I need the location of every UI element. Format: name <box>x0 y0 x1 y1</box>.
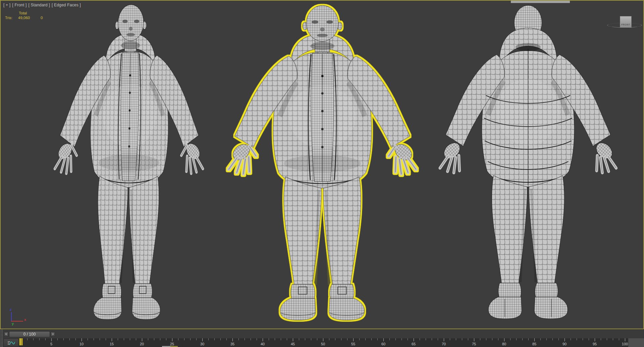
trackbar-tick <box>275 338 275 340</box>
trackbar-tick <box>401 338 402 340</box>
trackbar-tick <box>257 338 257 340</box>
open-mini-curve-editor-button[interactable] <box>3 339 19 347</box>
track-bar[interactable]: 0510152025303540455055606570758085909510… <box>0 338 644 347</box>
trackbar-frame-label: 55 <box>351 342 355 346</box>
trackbar-tick <box>100 338 100 340</box>
mini-curve-editor-icon <box>8 341 15 346</box>
trackbar-frame-label: 80 <box>502 342 506 346</box>
viewport-menu-style[interactable]: [ Standard ] <box>29 3 50 7</box>
trackbar-tick <box>154 338 154 340</box>
trackbar-tick <box>317 338 317 340</box>
trackbar-right-cap <box>628 338 644 347</box>
trackbar-tick <box>565 338 565 341</box>
trackbar-frame-label: 100 <box>622 342 628 346</box>
viewport-menu-general[interactable]: [ + ] <box>3 3 10 7</box>
stats-label-tris: Tris: <box>5 16 12 20</box>
trackbar-frame-label: 20 <box>140 342 144 346</box>
scene-canvas <box>1 1 643 329</box>
trackbar-tick <box>534 338 535 341</box>
trackbar-tick <box>293 338 293 341</box>
viewcube[interactable]: FRONT <box>604 7 644 31</box>
trackbar-tick <box>57 338 58 340</box>
trackbar-frame-label: 5 <box>50 342 52 346</box>
panel-drag-grip[interactable] <box>0 329 3 347</box>
trackbar-tick <box>220 338 221 340</box>
next-frame-button[interactable]: > <box>51 332 55 337</box>
time-slider-handle[interactable] <box>19 338 23 345</box>
trackbar-tick <box>510 338 511 340</box>
trackbar-tick <box>408 338 408 340</box>
trackbar-tick <box>106 338 106 340</box>
trackbar-frame-label: 10 <box>79 342 84 346</box>
model-character-front-selected[interactable] <box>229 5 416 320</box>
trackbar-tick <box>148 338 148 340</box>
axis-y-label: y <box>12 322 14 326</box>
trackbar-tick <box>208 338 209 340</box>
trackbar-tick <box>365 338 366 340</box>
trackbar-tick <box>450 338 450 340</box>
trackbar-frame-label: 30 <box>200 342 204 346</box>
trackbar-tick <box>305 338 305 340</box>
trackbar-tick <box>245 338 245 340</box>
trackbar-tick <box>88 338 88 340</box>
time-slider-frame-display[interactable]: 0 / 100 <box>9 331 50 337</box>
trackbar-tick <box>414 338 414 341</box>
trackbar-tick <box>619 338 619 340</box>
trackbar-tick <box>196 338 197 340</box>
trackbar-tick <box>184 338 184 340</box>
time-slider-row: < 0 / 100 > <box>0 329 644 338</box>
trackbar-frame-label: 75 <box>472 342 476 346</box>
trackbar-tick <box>232 338 233 341</box>
trackbar-tick <box>75 338 76 340</box>
trackbar-tick <box>540 338 541 340</box>
trackbar-frame-label: 45 <box>291 342 295 346</box>
stats-tris-total: 49,060 <box>18 16 30 20</box>
viewcube-front-face[interactable]: FRONT <box>620 16 632 28</box>
trackbar-tick <box>498 338 498 340</box>
trackbar-tick <box>577 338 577 340</box>
trackbar-tick <box>607 338 607 340</box>
trackbar-frame-label: 90 <box>562 342 567 346</box>
viewport-menu-view[interactable]: [ Front ] <box>12 3 26 7</box>
axis-z-label: z <box>10 307 12 311</box>
trackbar-tick <box>486 338 486 340</box>
trackbar-tick <box>438 338 438 340</box>
trackbar-tick <box>492 338 492 340</box>
trackbar-tick <box>389 338 390 340</box>
stats-tris-selected: 0 <box>41 16 43 20</box>
trackbar-tick <box>456 338 456 340</box>
trackbar-tick <box>45 338 46 340</box>
viewport-menu-shading[interactable]: [ Edged Faces ] <box>52 3 81 7</box>
trackbar-tick <box>136 338 136 340</box>
trackbar-tick <box>552 338 553 340</box>
trackbar-tick <box>329 338 329 340</box>
trackbar-tick <box>371 338 372 340</box>
trackbar-tick <box>299 338 299 340</box>
world-axis-tripod: z y x <box>6 308 33 328</box>
trackbar-tick <box>269 338 269 340</box>
viewport-front[interactable]: [ + ][ Front ][ Standard ][ Edged Faces … <box>0 0 644 329</box>
trackbar-tick <box>112 338 112 341</box>
trackbar-tick <box>613 338 613 340</box>
trackbar-tick <box>462 338 462 340</box>
trackbar-tick <box>69 338 70 340</box>
trackbar-tick <box>359 338 360 340</box>
previous-frame-button[interactable]: < <box>4 332 8 337</box>
trackbar-frame-label: 25 <box>170 342 174 346</box>
trackbar-tick <box>335 338 335 340</box>
trackbar-tick <box>251 338 251 340</box>
trackbar-tick <box>94 338 94 340</box>
trackbar-tick <box>426 338 426 340</box>
axis-x-label: x <box>24 318 26 322</box>
trackbar-tick <box>504 338 504 341</box>
model-character-three-quarter[interactable] <box>53 5 205 320</box>
model-character-back[interactable] <box>440 5 616 319</box>
clipped-geometry-strip <box>511 1 570 3</box>
trackbar-tick <box>516 338 517 340</box>
trackbar-tick <box>226 338 227 340</box>
trackbar-tick <box>583 338 583 340</box>
trackbar-tick <box>160 338 160 340</box>
trackbar-tick <box>420 338 420 340</box>
trackbar-tick <box>353 338 354 341</box>
trackbar-tick <box>172 338 172 341</box>
